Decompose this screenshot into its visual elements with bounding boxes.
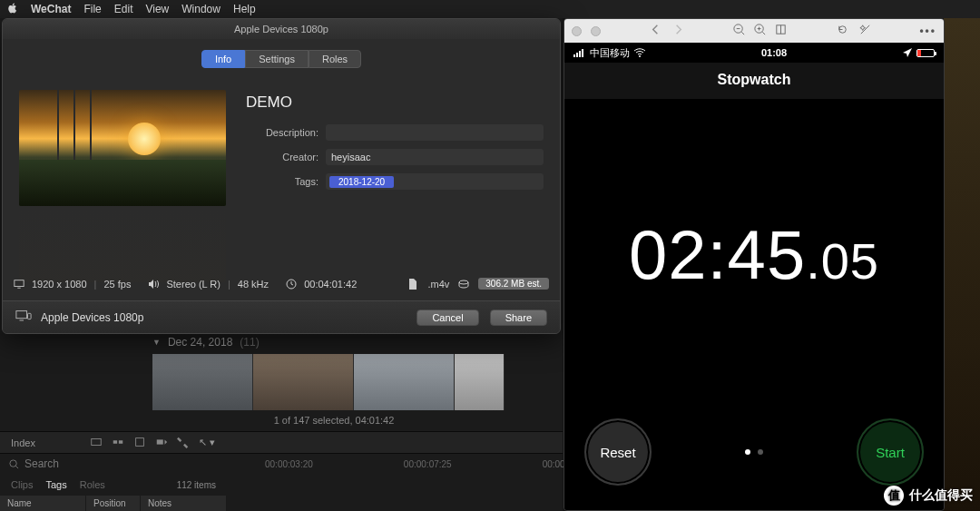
append-icon[interactable] — [155, 436, 168, 450]
dialog-title: Apple Devices 1080p — [3, 19, 560, 39]
zoom-out-icon[interactable] — [732, 23, 746, 39]
svg-rect-7 — [15, 280, 24, 286]
page-indicator[interactable] — [745, 449, 763, 455]
svg-point-5 — [10, 459, 16, 466]
simulator-toolbar: ••• — [564, 19, 944, 43]
share-button[interactable]: Share — [490, 310, 547, 326]
svg-rect-1 — [113, 440, 117, 444]
tab-roles[interactable]: Roles — [309, 50, 361, 68]
search-field[interactable]: Search — [0, 454, 227, 474]
tab-settings[interactable]: Settings — [245, 50, 309, 68]
more-icon[interactable]: ••• — [919, 25, 936, 37]
connect-icon[interactable] — [112, 436, 124, 450]
phone-screen: 中国移动 01:08 Stopwatch 02:45.05 Reset Star… — [564, 43, 944, 510]
timeline-ruler[interactable]: 00:00:03:20 00:00:07:25 00:00:1 — [229, 454, 563, 475]
tags-input[interactable]: 2018-12-20 — [326, 173, 544, 190]
menubar-help[interactable]: Help — [233, 3, 256, 15]
signal-icon — [573, 48, 586, 57]
tag-chip[interactable]: 2018-12-20 — [329, 176, 394, 188]
menubar-file[interactable]: File — [83, 3, 101, 15]
khz: 48 kHz — [238, 279, 269, 290]
clip-thumbnails — [152, 354, 505, 410]
status-clock: 01:08 — [646, 47, 902, 58]
fit-icon[interactable] — [774, 23, 788, 39]
svg-line-15 — [742, 32, 745, 34]
tools-icon[interactable] — [177, 436, 190, 450]
event-date: Dec 24, 2018 — [168, 336, 232, 349]
status-bar: 中国移动 01:08 — [564, 43, 944, 63]
rotate-icon[interactable] — [836, 23, 849, 39]
creator-label: Creator: — [246, 152, 326, 162]
cancel-button[interactable]: Cancel — [416, 310, 478, 326]
toolstrip: Index ↖︎ ▾ — [0, 431, 563, 454]
clip-thumb[interactable] — [354, 354, 455, 410]
svg-rect-4 — [157, 439, 163, 444]
clip-thumb[interactable] — [253, 354, 354, 410]
svg-rect-23 — [573, 54, 575, 57]
nav-forward-icon[interactable] — [671, 23, 685, 39]
clip-thumb[interactable] — [455, 354, 505, 410]
tab-roles[interactable]: Roles — [80, 479, 105, 490]
time-main: 02:45 — [629, 216, 806, 293]
tab-tags[interactable]: Tags — [45, 479, 66, 490]
thumbnail-reflection — [19, 208, 226, 282]
traffic-close-icon[interactable] — [572, 26, 582, 36]
magic-icon[interactable] — [858, 23, 872, 39]
file-icon — [407, 279, 418, 290]
svg-rect-25 — [579, 51, 581, 57]
tab-info[interactable]: Info — [201, 50, 245, 68]
disk-icon — [458, 279, 469, 290]
traffic-min-icon[interactable] — [591, 26, 601, 36]
svg-rect-24 — [576, 53, 578, 57]
project-title[interactable]: DEMO — [246, 93, 544, 112]
col-position[interactable]: Position — [86, 496, 141, 511]
time-centiseconds: .05 — [806, 232, 879, 290]
event-count: (11) — [240, 336, 259, 349]
menubar-edit[interactable]: Edit — [114, 3, 133, 15]
carrier: 中国移动 — [590, 46, 630, 60]
tab-clips[interactable]: Clips — [11, 479, 33, 490]
index-label[interactable]: Index — [11, 437, 35, 448]
display-icon — [14, 279, 24, 290]
arrow-tool-icon[interactable]: ↖︎ ▾ — [199, 437, 215, 448]
audio: Stereo (L R) — [166, 279, 220, 290]
svg-point-27 — [639, 55, 641, 57]
export-metadata: 1920 x 1080 | 25 fps Stereo (L R) | 48 k… — [14, 278, 549, 290]
search-icon — [9, 459, 19, 469]
share-dialog: Apple Devices 1080p Info Settings Roles … — [2, 18, 561, 334]
clock-icon — [286, 279, 297, 290]
search-placeholder: Search — [24, 457, 59, 470]
insert-icon[interactable] — [133, 436, 146, 450]
simulator-window: ••• 中国移动 01:08 Stopwatch 02:45.05 — [564, 18, 945, 511]
svg-rect-3 — [136, 437, 144, 446]
disclosure-triangle-icon[interactable]: ▼ — [152, 338, 161, 347]
apple-icon[interactable] — [7, 3, 18, 16]
watermark-text: 什么值得买 — [909, 487, 973, 504]
menubar-window[interactable]: Window — [181, 3, 220, 15]
menubar-view[interactable]: View — [145, 3, 169, 15]
svg-rect-12 — [20, 320, 24, 321]
nav-back-icon[interactable] — [649, 23, 662, 39]
destination-name[interactable]: Apple Devices 1080p — [41, 311, 143, 324]
trim-icon[interactable] — [90, 436, 103, 450]
menubar-app[interactable]: WeChat — [31, 3, 71, 15]
col-notes[interactable]: Notes — [141, 496, 227, 511]
battery-icon — [916, 49, 935, 57]
size-estimate: 306.2 MB est. — [478, 278, 549, 290]
reset-button[interactable]: Reset — [584, 418, 652, 486]
file-ext: .m4v — [427, 279, 449, 290]
creator-input[interactable] — [326, 149, 544, 165]
start-button[interactable]: Start — [857, 418, 924, 486]
col-name[interactable]: Name — [0, 496, 86, 511]
background-clip — [944, 18, 980, 511]
description-input[interactable] — [326, 124, 544, 141]
duration: 00:04:01:42 — [304, 279, 357, 290]
tc: 00:00:07:25 — [404, 459, 452, 469]
zoom-in-icon[interactable] — [753, 23, 767, 39]
column-headers: Name Position Notes — [0, 496, 227, 511]
svg-point-10 — [459, 280, 468, 284]
event-date-row[interactable]: ▼ Dec 24, 2018 (11) — [152, 336, 260, 349]
svg-line-18 — [763, 32, 766, 34]
clip-thumb[interactable] — [152, 354, 253, 410]
wifi-icon — [633, 48, 646, 57]
